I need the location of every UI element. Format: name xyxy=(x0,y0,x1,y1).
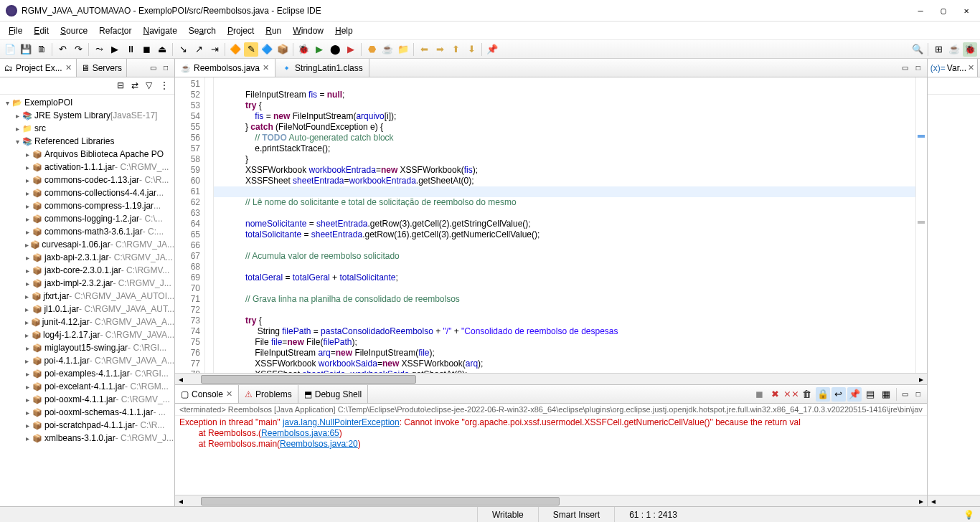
package-icon[interactable]: 📦 xyxy=(275,42,290,57)
tree-node[interactable]: ▾ExemploPOI xyxy=(0,96,174,109)
variables-view-body[interactable] xyxy=(928,95,980,495)
coverage-icon[interactable]: ⬤ xyxy=(328,42,342,57)
minimize-button[interactable]: — xyxy=(915,6,925,16)
resume-icon[interactable]: ▶ xyxy=(108,42,122,57)
tree-node[interactable]: ▸src xyxy=(0,122,174,135)
new-java-class-icon[interactable]: ☕ xyxy=(380,42,395,57)
pause-icon[interactable]: ⏸ xyxy=(123,42,138,57)
step-into-icon[interactable]: ↘ xyxy=(176,42,190,57)
tree-node[interactable]: ▸commons-codec-1.13.jar - C:\R... xyxy=(0,174,174,186)
close-icon[interactable]: ✕ xyxy=(226,389,232,399)
maximize-view-icon[interactable]: □ xyxy=(160,62,171,74)
menu-edit[interactable]: Edit xyxy=(28,23,55,39)
tab-project-explorer[interactable]: 🗂 Project Ex... ✕ xyxy=(0,59,77,77)
tree-node[interactable]: ▸Arquivos Biblioteca Apache PO xyxy=(0,148,174,161)
maximize-editor-icon[interactable]: □ xyxy=(913,62,924,74)
next-annotation-icon[interactable]: ⬇ xyxy=(464,42,479,57)
tree-node[interactable]: ▸commons-math3-3.6.1.jar - C:... xyxy=(0,225,174,238)
filter-icon[interactable]: ▽ xyxy=(146,80,157,92)
forward-icon[interactable]: ➡ xyxy=(433,42,447,57)
search-icon[interactable]: 🔍 xyxy=(910,42,925,57)
stop-icon[interactable]: ◼ xyxy=(139,42,154,57)
open-console-icon[interactable]: ▦ xyxy=(879,387,893,402)
menu-project[interactable]: Project xyxy=(222,23,260,39)
minimize-editor-icon[interactable]: ▭ xyxy=(900,62,911,74)
undo-icon[interactable]: ↶ xyxy=(55,42,70,57)
debug-perspective-icon[interactable]: 🐞 xyxy=(963,42,977,57)
tree-node[interactable]: ▸jfxrt.jar - C:\RGMV_JAVA_AUTOI... xyxy=(0,290,174,303)
tree-node[interactable]: ▸activation-1.1.1.jar - C:\RGMV_... xyxy=(0,161,174,174)
debug-icon[interactable]: 🐞 xyxy=(296,42,311,57)
menu-file[interactable]: File xyxy=(3,23,28,39)
overview-ruler[interactable] xyxy=(915,77,927,373)
tree-node[interactable]: ▸log4j-1.2.17.jar - C:\RGMV_JAVA... xyxy=(0,328,174,341)
tip-icon[interactable]: 💡 xyxy=(963,510,980,520)
tree-node[interactable]: ▸commons-compress-1.19.jar... xyxy=(0,199,174,212)
tab-debug-shell[interactable]: ⬒ Debug Shell xyxy=(298,385,368,403)
tree-node[interactable]: ▸junit-4.12.jar - C:\RGMV_JAVA_A... xyxy=(0,315,174,328)
tree-node[interactable]: ▸poi-scratchpad-4.1.1.jar - C:\R... xyxy=(0,419,174,432)
terminate-icon[interactable]: ◼ xyxy=(753,387,767,402)
console-output[interactable]: Exception in thread "main" java.lang.Nul… xyxy=(175,416,927,495)
maximize-button[interactable]: ▢ xyxy=(938,6,948,16)
scroll-lock-icon[interactable]: 🔒 xyxy=(816,387,830,402)
tree-node[interactable]: ▸xmlbeans-3.1.0.jar - C:\RGMV_J... xyxy=(0,432,174,445)
tree-node[interactable]: ▸jaxb-api-2.3.1.jar - C:\RGMV_JA... xyxy=(0,251,174,264)
java-perspective-icon[interactable]: ☕ xyxy=(947,42,961,57)
step-out-icon[interactable]: ↗ xyxy=(192,42,206,57)
word-wrap-icon[interactable]: ↩ xyxy=(831,387,846,402)
open-type-icon[interactable]: 🔶 xyxy=(228,42,242,57)
code-editor[interactable]: FileInputStream fis = null; try { fis = … xyxy=(214,77,915,373)
console-h-scrollbar[interactable]: ◂ ▸ xyxy=(175,495,927,506)
tree-node[interactable]: ▸jaxb-impl-2.3.2.jar - C:\RGMV_J... xyxy=(0,277,174,290)
scrollbar-thumb[interactable] xyxy=(201,497,560,506)
close-button[interactable]: ✕ xyxy=(961,6,971,16)
remove-all-icon[interactable]: ⨯⨯ xyxy=(784,387,798,402)
tree-node[interactable]: ▸curvesapi-1.06.jar - C:\RGMV_JA... xyxy=(0,238,174,251)
minimize-view-icon[interactable]: ▭ xyxy=(147,62,159,74)
line-number-gutter[interactable]: 5152535455565758596061626364656667686970… xyxy=(175,77,205,373)
tab-variables[interactable]: (x)= Var... ✕ xyxy=(928,59,978,77)
close-icon[interactable]: ✕ xyxy=(65,63,72,72)
menu-refactor[interactable]: Refactor xyxy=(93,23,137,39)
right-h-scrollbar[interactable]: ◂ ▸ xyxy=(928,495,980,506)
tree-node[interactable]: ▸poi-ooxml-schemas-4.1.1.jar - ... xyxy=(0,406,174,419)
tree-node[interactable]: ▸poi-ooxml-4.1.1.jar - C:\RGMV_... xyxy=(0,393,174,406)
link-editor-icon[interactable]: ⇄ xyxy=(131,80,143,92)
remove-launch-icon[interactable]: ✖ xyxy=(768,387,783,402)
new-package-icon[interactable]: 📁 xyxy=(396,42,410,57)
step-over-icon[interactable]: ⤳ xyxy=(92,42,106,57)
tree-node[interactable]: ▸poi-excelant-4.1.1.jar - C:\RGM... xyxy=(0,380,174,393)
project-tree[interactable]: ▾ExemploPOI▸JRE System Library [JavaSE-1… xyxy=(0,95,174,506)
tree-node[interactable]: ▸poi-examples-4.1.1.jar - C:\RGI... xyxy=(0,367,174,380)
scrollbar-thumb[interactable] xyxy=(201,375,416,384)
new-server-icon[interactable]: ⬣ xyxy=(364,42,379,57)
editor-tab-reembolsos[interactable]: Reembolsos.java ✕ xyxy=(175,59,275,77)
pin-console-icon[interactable]: 📌 xyxy=(847,387,862,402)
tab-servers[interactable]: 🖥 Servers xyxy=(77,59,127,77)
step-return-icon[interactable]: ⇥ xyxy=(207,42,222,57)
tree-node[interactable]: ▾Referenced Libraries xyxy=(0,135,174,148)
view-menu-icon[interactable]: ⋮ xyxy=(160,80,171,92)
collapse-all-icon[interactable]: ⊟ xyxy=(117,80,128,92)
editor-tab-stringlatin1[interactable]: 🔹 StringLatin1.class xyxy=(275,59,369,77)
highlight-icon[interactable]: ✎ xyxy=(244,42,258,57)
editor-h-scrollbar[interactable]: ◂ ▸ xyxy=(175,373,927,384)
open-perspective-icon[interactable]: ⊞ xyxy=(931,42,946,57)
save-icon[interactable]: 💾 xyxy=(19,42,33,57)
new-icon[interactable]: 📄 xyxy=(3,42,17,57)
menu-search[interactable]: Search xyxy=(183,23,222,39)
last-edit-icon[interactable]: ⬆ xyxy=(448,42,463,57)
menu-help[interactable]: Help xyxy=(329,23,359,39)
menu-window[interactable]: Window xyxy=(287,23,329,39)
run-icon[interactable]: ▶ xyxy=(312,42,326,57)
tab-problems[interactable]: ⚠ Problems xyxy=(239,385,298,403)
save-all-icon[interactable]: 🗎 xyxy=(34,42,49,57)
tab-console[interactable]: ▢ Console ✕ xyxy=(175,385,239,403)
tree-node[interactable]: ▸jl1.0.1.jar - C:\RGMV_JAVA_AUT... xyxy=(0,303,174,315)
tree-node[interactable]: ▸commons-collections4-4.4.jar... xyxy=(0,186,174,199)
disconnect-icon[interactable]: ⏏ xyxy=(155,42,169,57)
display-selected-icon[interactable]: ▤ xyxy=(863,387,877,402)
tree-node[interactable]: ▸jaxb-core-2.3.0.1.jar - C:\RGMV... xyxy=(0,264,174,277)
menu-run[interactable]: Run xyxy=(260,23,287,39)
